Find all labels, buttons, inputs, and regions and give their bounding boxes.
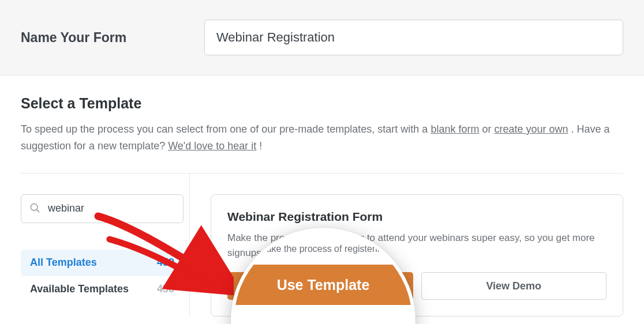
view-demo-button[interactable]: View Demo [421, 272, 607, 300]
section-title: Select a Template [21, 95, 623, 112]
template-sidebar: All Templates 459 Available Templates 45… [21, 174, 190, 317]
desc-text: or [482, 123, 494, 135]
template-card-actions: Use Template View Demo [227, 272, 606, 300]
category-count: 459 [157, 257, 174, 269]
category-all-templates[interactable]: All Templates 459 [21, 250, 184, 276]
category-available-templates[interactable]: Available Templates 456 [21, 276, 184, 303]
search-icon [29, 202, 40, 216]
template-card-title: Webinar Registration Form [227, 210, 606, 224]
template-card: Webinar Registration Form Make the proce… [211, 194, 623, 317]
category-count: 456 [157, 283, 174, 295]
template-area: All Templates 459 Available Templates 45… [21, 173, 623, 317]
category-label: All Templates [30, 257, 97, 269]
blank-form-link[interactable]: blank form [430, 123, 479, 135]
desc-text: ! [259, 140, 262, 152]
section-description: To speed up the process you can select f… [21, 121, 623, 155]
love-to-hear-link[interactable]: We'd love to hear it [168, 140, 256, 152]
use-template-button[interactable]: Use Template [227, 272, 413, 300]
select-template-section: Select a Template To speed up the proces… [0, 76, 644, 317]
form-name-header: Name Your Form [0, 0, 644, 76]
create-your-own-link[interactable]: create your own [494, 123, 568, 135]
template-card-description: Make the process of registering to atten… [227, 231, 606, 261]
name-your-form-label: Name Your Form [21, 30, 204, 46]
template-search-input[interactable] [21, 194, 184, 223]
template-results: Webinar Registration Form Make the proce… [190, 174, 623, 317]
desc-text: To speed up the process you can select f… [21, 123, 430, 135]
category-label: Available Templates [30, 283, 129, 295]
template-search [21, 194, 184, 223]
svg-line-1 [37, 209, 39, 212]
form-name-input[interactable] [204, 20, 623, 55]
